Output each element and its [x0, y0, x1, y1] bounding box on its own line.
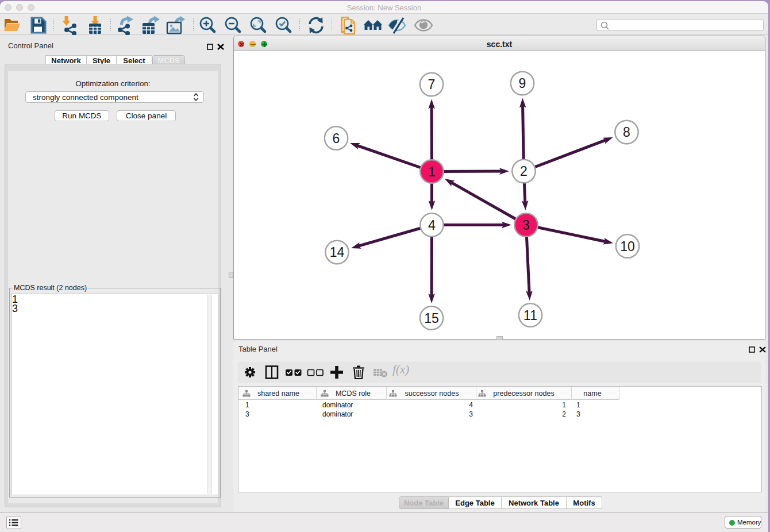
svg-text:8: 8 — [623, 125, 630, 140]
svg-text:14: 14 — [330, 245, 345, 260]
svg-text:7: 7 — [428, 77, 436, 92]
svg-text:10: 10 — [620, 239, 635, 254]
svg-text:9: 9 — [519, 76, 526, 91]
svg-text:11: 11 — [523, 308, 537, 323]
svg-text:2: 2 — [520, 164, 528, 179]
svg-text:15: 15 — [424, 311, 439, 326]
svg-text:6: 6 — [333, 131, 340, 146]
svg-text:3: 3 — [522, 218, 530, 233]
svg-text:1: 1 — [428, 164, 436, 179]
svg-text:4: 4 — [428, 218, 436, 233]
